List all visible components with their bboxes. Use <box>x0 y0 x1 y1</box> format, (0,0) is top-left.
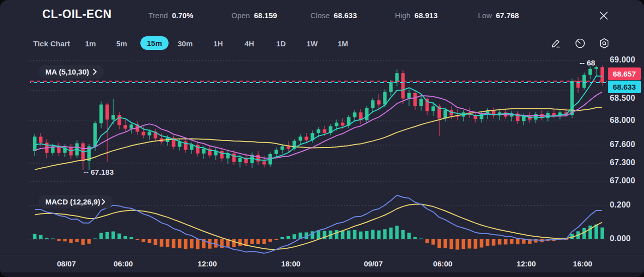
stat-label: Low <box>478 11 492 20</box>
pencil-icon <box>550 37 562 49</box>
tab-5m[interactable]: 5m <box>113 37 130 50</box>
tab-30m[interactable]: 30m <box>175 37 196 50</box>
tab-1m-month[interactable]: 1M <box>335 37 351 50</box>
stat-value: 68.633 <box>334 11 357 20</box>
timer-button[interactable] <box>573 36 588 51</box>
settings-button[interactable] <box>597 36 612 51</box>
timer-icon <box>574 37 586 49</box>
symbol-title: CL-OIL-ECN <box>42 8 112 21</box>
macd-indicator-pill[interactable]: MACD (12,26,9) <box>38 195 113 209</box>
stat-label: Close <box>310 11 330 20</box>
time-tick-label: 06:00 <box>114 259 133 268</box>
stat-open: Open68.159 <box>231 11 277 20</box>
stat-label: High <box>395 11 411 20</box>
trading-chart-window: CL-OIL-ECN Trend0.70% Open68.159 Close68… <box>0 0 644 277</box>
tab-1h[interactable]: 1H <box>210 37 226 50</box>
tab-tick-chart[interactable]: Tick Chart <box>30 37 73 50</box>
tab-4h[interactable]: 4H <box>242 37 257 50</box>
stat-label: Open <box>231 11 250 20</box>
draw-tools-button[interactable] <box>548 36 564 51</box>
time-tick-label: 16:00 <box>573 259 592 268</box>
time-tick-label: 06:00 <box>433 259 452 268</box>
ma-indicator-label: MA (5,10,30) <box>45 67 89 76</box>
time-tick-label: 18:00 <box>281 259 300 268</box>
gear-icon <box>598 37 610 49</box>
stat-label: Trend <box>148 11 168 20</box>
timeframe-toolbar: Tick Chart 1m 5m 15m 30m 1H 4H 1D 1W 1M <box>0 33 644 55</box>
tab-1d[interactable]: 1D <box>273 37 289 50</box>
chevron-right-icon <box>93 68 97 75</box>
tab-1w[interactable]: 1W <box>303 37 321 50</box>
ma-indicator-pill[interactable]: MA (5,10,30) <box>38 65 104 79</box>
time-tick-label: 08/07 <box>57 259 76 268</box>
stat-high: High68.913 <box>395 11 438 20</box>
tab-1m[interactable]: 1m <box>82 37 99 50</box>
stat-trend: Trend0.70% <box>148 11 193 20</box>
stat-value: 0.70% <box>172 11 194 20</box>
stat-value: 68.913 <box>415 11 438 20</box>
time-tick-label: 12:00 <box>517 259 536 268</box>
header: CL-OIL-ECN Trend0.70% Open68.159 Close68… <box>0 0 644 31</box>
close-button[interactable] <box>597 10 610 23</box>
stat-close: Close68.633 <box>310 11 357 20</box>
chevron-right-icon <box>101 198 106 205</box>
macd-indicator-label: MACD (12,26,9) <box>45 197 100 206</box>
stat-low: Low67.768 <box>478 11 519 20</box>
stat-value: 67.768 <box>496 11 519 20</box>
stat-value: 68.159 <box>254 11 277 20</box>
close-icon <box>598 10 609 21</box>
time-tick-label: 09/07 <box>364 259 383 268</box>
tab-15m[interactable]: 15m <box>140 36 169 50</box>
time-tick-label: 12:00 <box>198 259 217 268</box>
